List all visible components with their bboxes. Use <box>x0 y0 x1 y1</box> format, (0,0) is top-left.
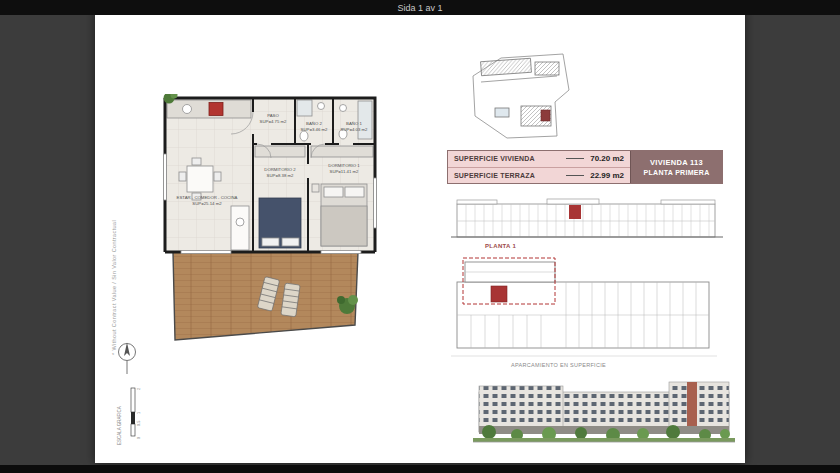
surface-rows: SUPERFICIE VIVIENDA 70.20 m2 SUPERFICIE … <box>448 151 630 183</box>
room-dorm1-name: DORMITORIO 1 <box>328 163 360 168</box>
scale-label: ESCALA GRAFICA <box>117 406 122 445</box>
surface-info-table: SUPERFICIE VIVIENDA 70.20 m2 SUPERFICIE … <box>447 150 723 184</box>
scale-tick-05: 0.5 <box>137 421 141 426</box>
unit-floor: PLANTA PRIMERA <box>643 169 709 176</box>
room-dorm1-area: SUP=11.41 m2 <box>330 169 360 174</box>
unit-id-box: VIVIENDA 113 PLANTA PRIMERA <box>630 151 722 183</box>
room-bath1-name: BAÑO 1 <box>346 121 362 126</box>
room-bath1-area: SUP=4.03 m2 <box>341 127 368 132</box>
viewer-background: Sida 1 av 1 * Without Contract Value / S… <box>0 0 840 473</box>
plan-unit-highlight <box>491 286 507 302</box>
viewer-bottombar <box>0 465 840 473</box>
scale-tick-0: 0 <box>137 437 141 439</box>
apartment-floorplan: ESTAR - COMEDOR - COCINA SUP=25.14 m2 PA… <box>161 94 383 346</box>
surface-vivienda-label: SUPERFICIE VIVIENDA <box>454 155 535 162</box>
scale-ruler <box>131 388 135 436</box>
surface-row-vivienda: SUPERFICIE VIVIENDA 70.20 m2 <box>448 151 630 168</box>
scale-tick-2: 2 <box>137 388 141 390</box>
disclaimer-note: * Without Contract Value / Sin Valor Con… <box>111 185 117 355</box>
graphic-scale: ESCALA GRAFICA 0 0.5 1 2 <box>111 382 149 450</box>
planta-label: PLANTA 1 <box>485 243 516 249</box>
surface-row-terraza: SUPERFICIE TERRAZA 22.99 m2 <box>448 168 630 184</box>
building-render-image <box>473 376 735 452</box>
elevation-unit-highlight <box>569 205 581 219</box>
viewer-topbar: Sida 1 av 1 <box>0 0 840 15</box>
building-elevation-drawing <box>451 192 723 242</box>
room-bath2-area: SUP=3.46 m2 <box>301 127 328 132</box>
room-paso-name: PASO <box>267 113 279 118</box>
room-dorm2-name: DORMITORIO 2 <box>264 167 296 172</box>
site-location-plan <box>467 50 573 142</box>
room-living-name: ESTAR - COMEDOR - COCINA <box>177 195 238 200</box>
room-paso-area: SUP=4.75 m2 <box>260 119 287 124</box>
site-unit-highlight <box>541 110 550 121</box>
render-red-accent <box>687 382 697 432</box>
building-floor-plan <box>451 252 717 364</box>
parking-label: APARCAMIENTO EN SUPERFICIE <box>511 362 606 368</box>
room-bath2-name: BAÑO 2 <box>306 121 322 126</box>
surface-terraza-value: 22.99 m2 <box>590 171 624 180</box>
dash-line <box>566 175 584 176</box>
page-indicator: Sida 1 av 1 <box>397 3 442 13</box>
unit-number: VIVIENDA 113 <box>650 158 703 167</box>
document-page: * Without Contract Value / Sin Valor Con… <box>95 10 745 463</box>
north-arrow-icon <box>115 340 139 376</box>
surface-terraza-label: SUPERFICIE TERRAZA <box>454 172 535 179</box>
room-living-area: SUP=25.14 m2 <box>192 201 222 206</box>
surface-vivienda-value: 70.20 m2 <box>590 154 624 163</box>
terrace <box>173 252 358 340</box>
dash-line <box>566 158 584 159</box>
room-dorm2-area: SUP=8.38 m2 <box>267 173 294 178</box>
scale-tick-1: 1 <box>137 412 141 414</box>
